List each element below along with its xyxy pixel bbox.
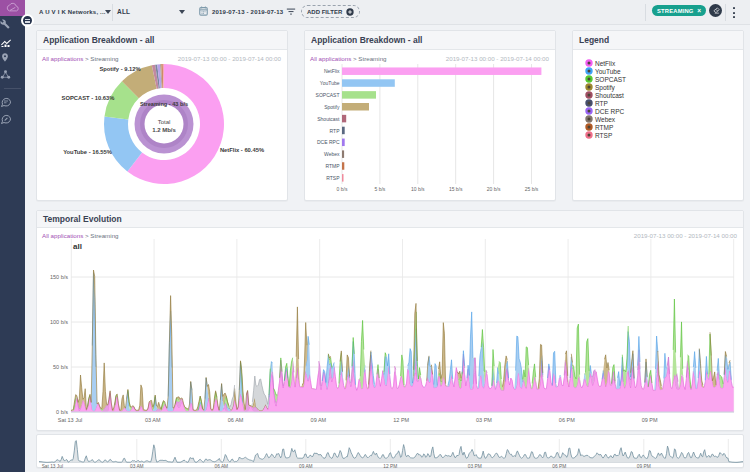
svg-text:1.2 Mb/s: 1.2 Mb/s [152,127,176,133]
svg-text:25 b/s: 25 b/s [525,186,539,192]
svg-text:SOPCAST - 10.63%: SOPCAST - 10.63% [62,95,115,101]
svg-text:06 AM: 06 AM [214,464,228,469]
svg-text:5 b/s: 5 b/s [374,186,385,192]
svg-text:Sat 13 Jul: Sat 13 Jul [58,417,82,423]
svg-text:YouTube: YouTube [320,80,340,86]
svg-text:YouTube - 16.55%: YouTube - 16.55% [63,149,112,155]
svg-text:Spotify - 9.12%: Spotify - 9.12% [99,66,140,72]
svg-text:12 PM: 12 PM [383,464,397,469]
svg-text:Webex: Webex [324,151,340,157]
svg-text:06 PM: 06 PM [552,464,566,469]
svg-text:15 b/s: 15 b/s [449,186,463,192]
svg-text:09 PM: 09 PM [637,464,651,469]
svg-text:Spotify: Spotify [324,104,340,110]
svg-text:DCE RPC: DCE RPC [317,139,340,145]
svg-text:0 b/s: 0 b/s [56,409,68,415]
svg-text:Total: Total [158,119,171,125]
svg-text:03 PM: 03 PM [468,464,482,469]
svg-text:100 b/s: 100 b/s [50,319,68,325]
svg-text:09 PM: 09 PM [642,417,658,423]
svg-text:Sat 13 Jul: Sat 13 Jul [42,464,63,469]
svg-text:Shoutcast: Shoutcast [317,116,340,122]
svg-text:150 b/s: 150 b/s [50,274,68,280]
svg-text:09 AM: 09 AM [311,417,327,423]
svg-text:RTMP: RTMP [325,163,340,169]
svg-text:20 b/s: 20 b/s [487,186,501,192]
svg-text:03 PM: 03 PM [476,417,492,423]
svg-text:all: all [73,242,82,251]
svg-text:03 AM: 03 AM [145,417,161,423]
svg-text:12 PM: 12 PM [393,417,409,423]
svg-text:NetFlix - 60.45%: NetFlix - 60.45% [220,147,264,153]
svg-text:SOPCAST: SOPCAST [316,92,340,98]
svg-text:Streaming - 43 b/s: Streaming - 43 b/s [140,101,188,107]
svg-text:06 PM: 06 PM [559,417,575,423]
svg-text:RTP: RTP [330,128,341,134]
svg-text:RTSP: RTSP [326,175,340,181]
svg-text:10 b/s: 10 b/s [411,186,425,192]
svg-text:NetFlix: NetFlix [324,68,340,74]
svg-text:09 AM: 09 AM [299,464,313,469]
svg-text:0 b/s: 0 b/s [337,186,348,192]
svg-text:03 AM: 03 AM [130,464,144,469]
svg-text:06 AM: 06 AM [228,417,244,423]
svg-text:50 b/s: 50 b/s [53,364,68,370]
